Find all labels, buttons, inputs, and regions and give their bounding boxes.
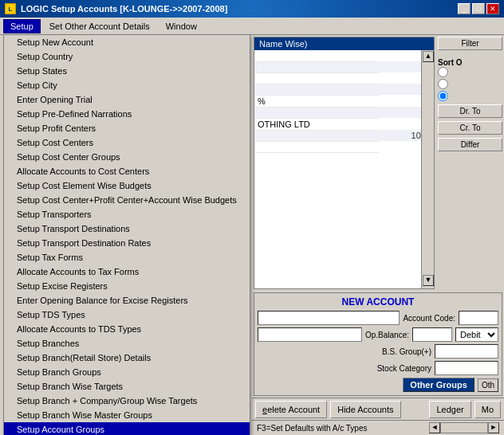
menu-window[interactable]: Window xyxy=(159,19,204,33)
menu-item-6[interactable]: Setup Profit Centers xyxy=(4,121,250,135)
bottom-toolbar: eelete Account Hide Accounts Ledger Mo xyxy=(252,398,504,420)
menu-item-17[interactable]: Setup Excise Registers xyxy=(4,279,250,293)
table-row[interactable]: 18 xyxy=(254,141,434,152)
menu-item-3[interactable]: Setup City xyxy=(4,78,250,92)
stock-category-label: Stock Category xyxy=(377,364,431,373)
filter-button[interactable]: Filter xyxy=(438,37,502,50)
menu-set-other[interactable]: Set Other Account Details xyxy=(42,19,157,33)
menu-item-5[interactable]: Setup Pre-Defined Narrations xyxy=(4,107,250,121)
sort-radio-group xyxy=(438,67,502,101)
hide-accounts-button[interactable]: Hide Accounts xyxy=(330,401,400,418)
horizontal-scrollbar[interactable] xyxy=(440,422,488,433)
menu-item-21[interactable]: Setup Branches xyxy=(4,336,250,351)
menu-item-8[interactable]: Setup Cost Center Groups xyxy=(4,150,250,164)
f3-hint: F3=Set Defaults with A/c Types xyxy=(257,424,368,433)
stock-category-input[interactable] xyxy=(435,361,498,375)
account-name-input[interactable] xyxy=(258,311,400,325)
bs-group-label: B.S. Group(+) xyxy=(382,347,431,356)
bs-group-input[interactable] xyxy=(435,344,498,359)
menu-item-0[interactable]: Setup New Account xyxy=(4,35,250,49)
differ-button[interactable]: Differ xyxy=(438,138,502,151)
scroll-right-button[interactable]: ► xyxy=(488,422,499,433)
sort-label: Sort O xyxy=(438,58,502,67)
table-row[interactable]: 4 xyxy=(254,61,434,72)
table-row[interactable]: 9 xyxy=(254,107,434,118)
oth-button[interactable]: Oth xyxy=(478,378,498,392)
main-layout: Setup New Account Setup Country Setup St… xyxy=(0,35,504,435)
table-row[interactable]: 1044 xyxy=(254,130,434,141)
account-code-input[interactable] xyxy=(459,311,498,325)
menu-item-10[interactable]: Setup Cost Element Wise Budgets xyxy=(4,178,250,193)
sort-radio-3[interactable] xyxy=(438,91,448,101)
menu-item-20[interactable]: Allocate Accounts to TDS Types xyxy=(4,322,250,336)
op-balance-label: Op.Balance: xyxy=(365,331,409,339)
op-balance-input[interactable]: 0.00 xyxy=(412,327,452,342)
table-row[interactable]: 2 xyxy=(254,50,434,61)
minimize-button[interactable]: _ xyxy=(458,3,471,14)
table-row[interactable]: OTHING LTD22 xyxy=(254,118,434,130)
vertical-scrollbar[interactable]: ▲ ▼ xyxy=(421,50,434,288)
menu-item-24[interactable]: Setup Branch Wise Targets xyxy=(4,379,250,394)
ledger-button[interactable]: Ledger xyxy=(429,401,471,418)
app-icon: L xyxy=(5,3,16,14)
menu-item-9[interactable]: Allocate Accounts to Cost Centers xyxy=(4,164,250,178)
menu-setup[interactable]: Setup xyxy=(3,19,41,33)
window-title: LOGIC Setup Accounts [K-LOUNGE->>2007-20… xyxy=(21,4,227,14)
new-account-title: NEW ACCOUNT xyxy=(258,296,498,308)
menu-item-23[interactable]: Setup Branch Groups xyxy=(4,365,250,379)
menu-item-7[interactable]: Setup Cost Centers xyxy=(4,135,250,150)
maximize-button[interactable]: □ xyxy=(472,3,485,14)
menu-item-19[interactable]: Setup TDS Types xyxy=(4,308,250,322)
account-name2-input[interactable] xyxy=(258,327,362,342)
menu-item-27[interactable]: Setup Account Groups xyxy=(4,422,250,435)
menu-item-4[interactable]: Enter Opening Trial xyxy=(4,92,250,107)
title-bar: L LOGIC Setup Accounts [K-LOUNGE->>2007-… xyxy=(0,0,504,18)
menu-item-12[interactable]: Setup Transporters xyxy=(4,207,250,221)
dr-to-button[interactable]: Dr. To xyxy=(438,104,502,118)
menu-item-13[interactable]: Setup Transport Destinations xyxy=(4,221,250,236)
accounts-header: Name Wise) xyxy=(254,37,434,50)
menu-item-26[interactable]: Setup Branch Wise Master Groups xyxy=(4,408,250,422)
setup-dropdown: Setup New Account Setup Country Setup St… xyxy=(3,35,250,435)
sort-radio-1[interactable] xyxy=(438,67,448,77)
scroll-left-button[interactable]: ◄ xyxy=(429,422,440,433)
new-account-panel: NEW ACCOUNT Account Code: Op.Balance: 0.… xyxy=(254,292,502,396)
menu-item-11[interactable]: Setup Cost Center+Profit Center+Account … xyxy=(4,193,250,207)
other-groups-button[interactable]: Other Groups xyxy=(403,378,474,392)
title-buttons: _ □ ✕ xyxy=(458,3,499,14)
menu-item-16[interactable]: Allocate Accounts to Tax Forms xyxy=(4,265,250,279)
menu-item-15[interactable]: Setup Tax Forms xyxy=(4,250,250,265)
more-button[interactable]: Mo xyxy=(474,401,501,418)
debit-credit-select[interactable]: Debit Credit xyxy=(455,327,498,342)
close-button[interactable]: ✕ xyxy=(486,3,499,14)
menu-item-1[interactable]: Setup Country xyxy=(4,49,250,64)
menu-item-22[interactable]: Setup Branch(Retail Store) Details xyxy=(4,351,250,365)
cr-to-button[interactable]: Cr. To xyxy=(438,121,502,135)
account-code-label: Account Code: xyxy=(403,314,455,323)
delete-account-button[interactable]: eelete Account xyxy=(255,401,327,418)
sort-radio-2[interactable] xyxy=(438,79,448,89)
right-sidebar: Filter Sort O Dr. To Cr. To Differ xyxy=(436,35,504,291)
menu-bar: Setup Set Other Account Details Window xyxy=(0,18,504,35)
menu-item-25[interactable]: Setup Branch + Company/Group Wise Target… xyxy=(4,394,250,408)
menu-item-2[interactable]: Setup States xyxy=(4,64,250,78)
table-row[interactable]: 14 xyxy=(254,84,434,95)
menu-item-18[interactable]: Enter Opening Balance for Excise Registe… xyxy=(4,293,250,308)
table-row[interactable]: 1 xyxy=(254,72,434,84)
table-row[interactable]: %24 xyxy=(254,95,434,107)
accounts-table: 2 4 1 14 %24 9 OTHING LTD22 1044 18 xyxy=(254,50,434,153)
menu-item-14[interactable]: Setup Transport Destination Rates xyxy=(4,236,250,250)
